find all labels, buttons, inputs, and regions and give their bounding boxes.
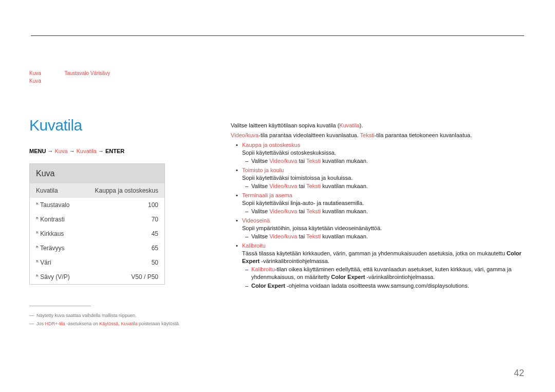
panel-row-kuvatila: Kuvatila Kauppa ja ostoskeskus bbox=[30, 183, 164, 198]
settings-panel: Kuva Kuvatila Kauppa ja ostoskeskus ʰ Ta… bbox=[29, 163, 165, 285]
panel-row: ʰ Kirkkaus 45 bbox=[30, 227, 164, 241]
content: Valitse laitteen käyttötilaan sopiva kuv… bbox=[231, 122, 524, 291]
panel-value: Kauppa ja ostoskeskus bbox=[95, 187, 158, 194]
sub-item: Valitse Video/kuva tai Teksti kuvatilan … bbox=[242, 182, 524, 190]
content-list: Kauppa ja ostoskeskus Sopii käytettäväks… bbox=[231, 141, 524, 290]
header-rule bbox=[31, 35, 524, 36]
panel-value: 45 bbox=[152, 230, 158, 237]
content-p2: Video/kuva-tila parantaa videolaitteen k… bbox=[231, 132, 524, 139]
panel-header: Kuva bbox=[30, 164, 164, 183]
panel-value: 100 bbox=[148, 201, 158, 209]
panel-label: ʰ Taustavalo bbox=[36, 201, 70, 209]
sub-item: Valitse Video/kuva tai Teksti kuvatilan … bbox=[242, 208, 524, 215]
section-title: Kuvatila bbox=[29, 117, 82, 134]
intro-hl-taustavalo: Taustavalo bbox=[64, 70, 89, 76]
breadcrumb: MENU → Kuva → Kuvatila → ENTER bbox=[29, 148, 124, 154]
intro-text: Kuva xxxxxxxx Taustavalo Värisävy Kuva bbox=[29, 69, 235, 85]
page: Kuva xxxxxxxx Taustavalo Värisävy Kuva K… bbox=[0, 0, 555, 392]
breadcrumb-kuvatila: Kuvatila bbox=[77, 148, 97, 154]
content-p1: Valitse laitteen käyttötilaan sopiva kuv… bbox=[231, 122, 524, 129]
footnote-rule bbox=[29, 306, 91, 306]
breadcrumb-menu: MENU bbox=[29, 148, 46, 154]
panel-label: ʰ Kontrasti bbox=[36, 216, 65, 223]
breadcrumb-kuva: Kuva bbox=[55, 148, 68, 154]
item-kalibroitu: Kalibroitu Tässä tilassa käytetään kirkk… bbox=[231, 242, 524, 290]
item-videoseina: Videoseinä Sopii ympäristöihin, joissa k… bbox=[231, 217, 524, 240]
panel-label: Kuvatila bbox=[36, 187, 58, 194]
panel-row: ʰ Kontrasti 70 bbox=[30, 212, 164, 227]
panel-label: ʰ Sävy (V/P) bbox=[36, 273, 70, 281]
panel-row: ʰ Terävyys 65 bbox=[30, 241, 164, 255]
footnote-2: ― Jos HDR+-tila -asetuksena on Käytössä,… bbox=[29, 320, 214, 328]
panel-label: ʰ Väri bbox=[36, 259, 51, 266]
footnotes: ― Näytetty kuva saattaa vaihdella mallis… bbox=[29, 306, 214, 328]
page-number: 42 bbox=[514, 368, 524, 379]
panel-row: ʰ Väri 50 bbox=[30, 255, 164, 270]
sub-item: Kalibroitu-tilan oikea käyttäminen edell… bbox=[242, 266, 524, 281]
panel-label: ʰ Terävyys bbox=[36, 245, 64, 252]
intro-hl-kuva: Kuva bbox=[29, 70, 41, 76]
sub-item: Valitse Video/kuva tai Teksti kuvatilan … bbox=[242, 233, 524, 240]
sub-item: Color Expert -ohjelma voidaan ladata oso… bbox=[242, 282, 524, 290]
panel-row: ʰ Taustavalo 100 bbox=[30, 198, 164, 212]
item-toimisto: Toimisto ja koulu Sopii käytettäväksi to… bbox=[231, 166, 524, 190]
intro-hl-varisavy: Värisävy bbox=[90, 70, 110, 76]
panel-row: ʰ Sävy (V/P) V50 / P50 bbox=[30, 270, 164, 284]
item-kauppa: Kauppa ja ostoskeskus Sopii käytettäväks… bbox=[231, 141, 524, 165]
panel-value: 70 bbox=[152, 216, 158, 223]
sub-item: Valitse Video/kuva tai Teksti kuvatilan … bbox=[242, 157, 524, 165]
panel-label: ʰ Kirkkaus bbox=[36, 230, 64, 237]
breadcrumb-enter: ENTER bbox=[105, 148, 124, 154]
item-terminaali: Terminaali ja asema Sopii käytettäväksi … bbox=[231, 192, 524, 215]
intro-hl-kuva2: Kuva bbox=[29, 78, 41, 84]
footnote-1: ― Näytetty kuva saattaa vaihdella mallis… bbox=[29, 311, 214, 320]
panel-value: V50 / P50 bbox=[131, 273, 158, 281]
panel-value: 65 bbox=[152, 245, 158, 252]
panel-value: 50 bbox=[152, 259, 158, 266]
